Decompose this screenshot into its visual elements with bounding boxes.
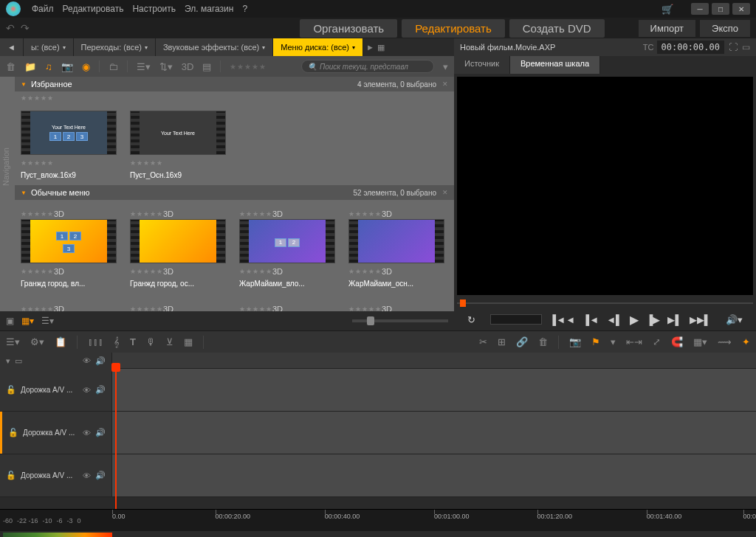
folder-open-icon[interactable]: 🗀 (109, 61, 118, 72)
voiceover-icon[interactable]: 🎙 (146, 336, 156, 347)
preview-tab-source[interactable]: Источник (454, 56, 510, 74)
import-button[interactable]: Импорт (639, 20, 695, 37)
razor-icon[interactable]: ✂ (479, 336, 487, 347)
prev-frame-icon[interactable]: ▐◄ (583, 314, 599, 325)
menu-icon[interactable]: ☰▾ (6, 336, 20, 347)
section-regular-header[interactable]: ▼ Обычные меню 52 элемента, 0 выбрано ✕ (15, 185, 454, 200)
treble-icon[interactable]: 𝄞 (114, 336, 120, 348)
gear-icon[interactable]: ⚙▾ (30, 336, 44, 347)
timeline-ruler[interactable]: -60 -22 -16 -10 -6 -3 0 0.00 00:00:20.00… (0, 509, 756, 531)
list-view-icon[interactable]: ☰▾ (41, 316, 54, 326)
thumb-item[interactable]: ★★★★★3D 12 ★★★★★3D ЖарМайами_вло... (239, 206, 335, 288)
speaker-icon[interactable]: 🔊 (95, 385, 106, 395)
monitor-icon[interactable]: ▭ (742, 42, 750, 52)
grid-view-icon[interactable]: ▦▾ (21, 316, 34, 326)
tab-organize[interactable]: Организовать (300, 19, 397, 38)
zoom-slider[interactable] (352, 319, 448, 322)
eye-icon[interactable]: 👁 (83, 386, 91, 395)
track-lane[interactable] (112, 412, 756, 454)
close-button[interactable]: ✕ (732, 3, 750, 15)
star-rating-icon[interactable]: ★★★★★ (230, 63, 267, 71)
eye-icon[interactable]: 👁 (83, 429, 91, 437)
search-dropdown-icon[interactable]: ▾ (443, 61, 448, 72)
disc-icon[interactable]: ◉ (82, 61, 90, 72)
export-button[interactable]: Экспо (700, 20, 750, 37)
thumb-item[interactable]: ★★★★★3D (130, 301, 226, 311)
group-icon[interactable]: ⊞ (498, 336, 506, 347)
thumb-item[interactable]: ★★★★★3D ★★★★★3D ЖарМайами_осн... (348, 206, 444, 288)
mixer-icon[interactable]: ⫿⫿⫿ (88, 336, 103, 347)
marker-split-icon[interactable]: ⊻ (166, 336, 173, 347)
link-icon[interactable]: 🔗 (516, 336, 528, 347)
link-edit-icon[interactable]: ⟿ (718, 336, 732, 347)
lock-icon[interactable]: 🔓 (8, 428, 18, 437)
eye-icon[interactable]: 👁 (83, 356, 91, 365)
filter-tab-left-arrow[interactable]: ◄ (0, 38, 24, 56)
go-end-icon[interactable]: ▶▶▌ (690, 314, 711, 325)
fx-icon[interactable]: ✦ (742, 336, 750, 347)
ripple-icon[interactable]: ⤢ (653, 336, 661, 347)
snapshot-icon[interactable]: 📷 (569, 336, 581, 347)
track-lane[interactable] (112, 369, 756, 411)
thumb-item[interactable]: ★★★★★3D ★★★★★3D Гранжд город, ос... (130, 206, 226, 288)
filter-tab-transitions[interactable]: Переходы: (все)▾ (74, 38, 156, 56)
section-favorites-header[interactable]: ▼ Избранное 4 элемента, 0 выбрано ✕ (15, 77, 454, 91)
storyboard-icon[interactable]: ▭ (15, 356, 22, 366)
thumb-item[interactable]: ★★★★★3D 123 ★★★★★3D Гранжд город, вл... (21, 206, 117, 288)
lock-icon[interactable]: 🔓 (6, 471, 16, 480)
tab-create-dvd[interactable]: Создать DVD (509, 19, 605, 38)
play-icon[interactable]: ▶ (630, 313, 639, 327)
menu-file[interactable]: Файл (32, 4, 54, 14)
next-frame-icon[interactable]: ▶▌ (667, 314, 681, 325)
playhead[interactable] (115, 369, 117, 509)
volume-icon[interactable]: 🔊▾ (726, 314, 743, 325)
3d-toggle[interactable]: 3D (182, 61, 194, 72)
stack-icon[interactable]: ▤ (202, 61, 211, 72)
thumb-item[interactable]: Your Text Here123 ★★★★★ Пуст_влож.16x9 (21, 111, 117, 179)
collapse-icon[interactable]: ▾ (6, 356, 10, 366)
magnet-icon[interactable]: 🧲 (671, 336, 683, 347)
title-icon[interactable]: T (130, 336, 136, 347)
speaker-icon[interactable]: 🔊 (95, 471, 106, 480)
menu-help-icon[interactable]: ? (242, 4, 247, 14)
list-icon[interactable]: ☰▾ (137, 61, 151, 72)
filter-tab-right[interactable]: ►▦ (363, 38, 388, 56)
cart-icon[interactable]: 🛒 (662, 4, 673, 15)
layers-icon[interactable]: ▣ (6, 316, 14, 326)
eye-icon[interactable]: 👁 (83, 471, 91, 480)
popout-icon[interactable]: ⛶ (729, 42, 738, 52)
marker-icon[interactable]: ⚑ (591, 336, 600, 347)
redo-icon[interactable]: ↷ (21, 22, 30, 34)
step-fwd-icon[interactable]: ▐▶ (646, 314, 660, 325)
preview-scrubber[interactable] (457, 298, 753, 308)
filter-tab-disc-menu[interactable]: Меню диска: (все)▾ (273, 38, 363, 56)
snap-menu-icon[interactable]: ▦▾ (693, 336, 707, 347)
preview-tab-timeline[interactable]: Временная шкала (510, 56, 600, 74)
filter-tab-sound-effects[interactable]: Звуковые эффекты: (все)▾ (156, 38, 273, 56)
section-close-icon[interactable]: ✕ (442, 80, 448, 88)
section-close-icon[interactable]: ✕ (442, 189, 448, 196)
menu-store[interactable]: Эл. магазин (185, 4, 233, 14)
trash-icon[interactable]: 🗑 (538, 336, 548, 347)
tab-edit[interactable]: Редактировать (402, 19, 505, 38)
marker-menu-icon[interactable]: ▾ (611, 336, 616, 347)
trim-in-icon[interactable]: ⇤⇥ (626, 336, 642, 347)
search-input[interactable]: Поиск текущ. представл (301, 60, 434, 73)
photo-icon[interactable]: 📷 (61, 61, 73, 72)
thumb-item[interactable]: Your Text Here ★★★★★ Пуст_Осн.16x9 (130, 111, 226, 179)
menu-setup[interactable]: Настроить (132, 4, 176, 14)
thumb-item[interactable]: ★★★★★3D 123 (21, 301, 117, 311)
undo-icon[interactable]: ↶ (6, 22, 15, 34)
go-start-icon[interactable]: ▐◄◄ (549, 314, 575, 325)
filter-tab-all[interactable]: ы: (все)▾ (24, 38, 74, 56)
menu-edit[interactable]: Редактировать (63, 4, 124, 14)
track-lane[interactable] (112, 454, 756, 496)
minimize-button[interactable]: ─ (691, 3, 709, 15)
crop-icon[interactable]: ▦ (184, 336, 193, 347)
speaker-icon[interactable]: 🔊 (95, 356, 106, 366)
clipboard-icon[interactable]: 📋 (55, 336, 66, 347)
loop-icon[interactable]: ↻ (467, 314, 475, 325)
folder-icon[interactable]: 📁 (24, 61, 36, 72)
maximize-button[interactable]: □ (712, 3, 729, 15)
speaker-icon[interactable]: 🔊 (95, 428, 106, 437)
